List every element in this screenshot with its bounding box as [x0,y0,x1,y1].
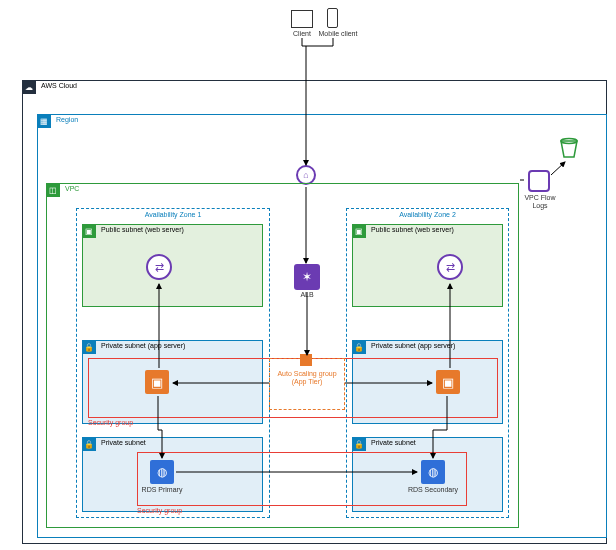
igw-icon: ⌂ [296,165,316,185]
alb-label: ALB [289,291,325,299]
vpc-icon: ◫ [46,183,60,197]
priv-subnet-icon: 🔒 [82,340,96,354]
az1-title: Availability Zone 1 [77,211,269,219]
aws-cloud-label: AWS Cloud [41,82,77,89]
az2-priv-app-label: Private subnet (app server) [371,342,455,349]
az2-public-label: Public subnet (web server) [371,226,454,233]
alb-icon: ✶ [294,264,320,290]
vpc-flow-logs-icon [528,170,550,192]
priv-db-icon-2: 🔒 [352,437,366,451]
rds-primary-icon: ◍ [150,460,174,484]
rds-secondary-label: RDS Secondary [406,486,460,494]
priv-subnet-icon-2: 🔒 [352,340,366,354]
az2-elb-icon: ⇄ [437,254,463,280]
az1-priv-app-label: Private subnet (app server) [101,342,185,349]
public-subnet-icon-2: ▣ [352,224,366,238]
asg-label: Auto Scaling group (App Tier) [269,370,345,385]
client-pc-label: Client [283,30,321,38]
rds-primary-label: RDS Primary [135,486,189,494]
asg-icon [300,354,312,366]
az2-ec2-icon: ▣ [436,370,460,394]
region-label: Region [56,116,78,123]
client-pc-icon [291,10,313,28]
az2-public-subnet: ▣ Public subnet (web server) [352,224,503,307]
az1-elb-icon: ⇄ [146,254,172,280]
security-group-db [137,452,467,506]
az1-public-label: Public subnet (web server) [101,226,184,233]
sec2-label: Security group [137,507,197,515]
client-mobile-icon [327,8,338,28]
vpc-label: VPC [65,185,79,192]
priv-db-icon: 🔒 [82,437,96,451]
sec1-label: Security group [88,419,148,427]
az2-priv-db-label: Private subnet [371,439,416,446]
az1-ec2-icon: ▣ [145,370,169,394]
aws-cloud-icon: ☁ [22,80,36,94]
vpc-flow-logs-label: VPC Flow Logs [518,194,562,209]
rds-secondary-icon: ◍ [421,460,445,484]
region-icon: ▦ [37,114,51,128]
public-subnet-icon: ▣ [82,224,96,238]
az2-title: Availability Zone 2 [347,211,508,219]
az1-public-subnet: ▣ Public subnet (web server) [82,224,263,307]
client-mobile-label: Mobile client [318,30,358,38]
az1-priv-db-label: Private subnet [101,439,146,446]
s3-bucket-icon [558,137,580,159]
